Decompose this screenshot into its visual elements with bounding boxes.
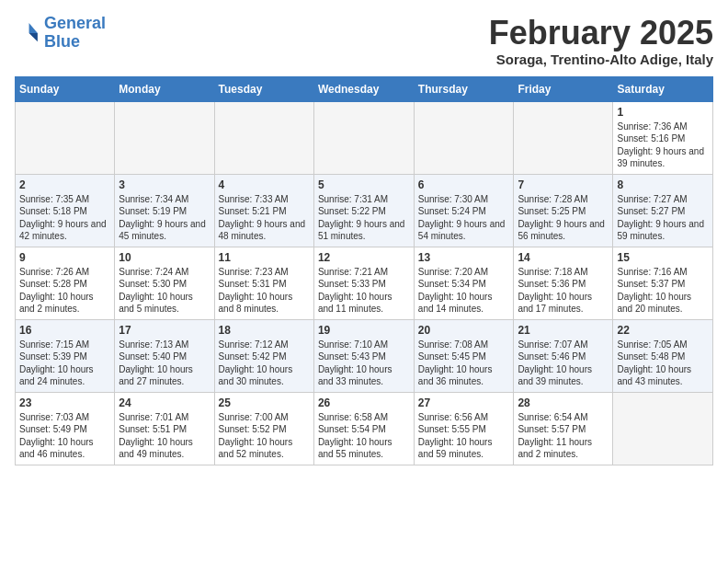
day-info: Sunrise: 7:33 AM Sunset: 5:21 PM Dayligh… <box>219 193 310 243</box>
calendar-cell: 15Sunrise: 7:16 AM Sunset: 5:37 PM Dayli… <box>613 247 713 319</box>
calendar-cell: 25Sunrise: 7:00 AM Sunset: 5:52 PM Dayli… <box>214 392 313 465</box>
day-number: 6 <box>418 178 510 191</box>
calendar-cell: 23Sunrise: 7:03 AM Sunset: 5:49 PM Dayli… <box>16 392 115 465</box>
calendar-cell: 10Sunrise: 7:24 AM Sunset: 5:30 PM Dayli… <box>115 247 214 319</box>
calendar-cell <box>115 101 214 174</box>
day-number: 26 <box>318 396 410 409</box>
day-info: Sunrise: 7:28 AM Sunset: 5:25 PM Dayligh… <box>518 193 609 243</box>
day-info: Sunrise: 7:34 AM Sunset: 5:19 PM Dayligh… <box>119 193 210 243</box>
month-title: February 2025 <box>489 15 713 52</box>
weekday-header: Friday <box>514 76 613 101</box>
calendar-cell: 17Sunrise: 7:13 AM Sunset: 5:40 PM Dayli… <box>115 319 214 392</box>
calendar-cell: 28Sunrise: 6:54 AM Sunset: 5:57 PM Dayli… <box>514 392 613 465</box>
calendar-cell: 13Sunrise: 7:20 AM Sunset: 5:34 PM Dayli… <box>414 247 514 319</box>
calendar-cell: 19Sunrise: 7:10 AM Sunset: 5:43 PM Dayli… <box>313 319 414 392</box>
day-info: Sunrise: 7:10 AM Sunset: 5:43 PM Dayligh… <box>318 339 410 388</box>
day-number: 13 <box>418 251 510 264</box>
day-info: Sunrise: 6:54 AM Sunset: 5:57 PM Dayligh… <box>518 411 609 461</box>
calendar-cell <box>414 101 514 174</box>
day-number: 27 <box>418 396 510 409</box>
weekday-header: Sunday <box>16 76 115 101</box>
weekday-header: Saturday <box>613 76 713 101</box>
weekday-header: Thursday <box>414 76 514 101</box>
calendar-cell: 16Sunrise: 7:15 AM Sunset: 5:39 PM Dayli… <box>16 319 115 392</box>
day-info: Sunrise: 7:35 AM Sunset: 5:18 PM Dayligh… <box>19 193 110 243</box>
logo-icon <box>15 20 40 46</box>
day-info: Sunrise: 6:56 AM Sunset: 5:55 PM Dayligh… <box>418 411 510 461</box>
calendar-cell: 1Sunrise: 7:36 AM Sunset: 5:16 PM Daylig… <box>613 101 713 174</box>
calendar-cell: 7Sunrise: 7:28 AM Sunset: 5:25 PM Daylig… <box>514 174 613 247</box>
calendar-cell: 3Sunrise: 7:34 AM Sunset: 5:19 PM Daylig… <box>115 174 214 247</box>
day-number: 19 <box>318 324 410 337</box>
calendar-table: SundayMondayTuesdayWednesdayThursdayFrid… <box>15 76 713 465</box>
calendar-cell: 24Sunrise: 7:01 AM Sunset: 5:51 PM Dayli… <box>115 392 214 465</box>
logo-general: General <box>44 14 106 32</box>
day-number: 11 <box>219 251 310 264</box>
day-info: Sunrise: 7:03 AM Sunset: 5:49 PM Dayligh… <box>19 411 110 461</box>
day-info: Sunrise: 6:58 AM Sunset: 5:54 PM Dayligh… <box>318 411 410 461</box>
day-info: Sunrise: 7:13 AM Sunset: 5:40 PM Dayligh… <box>119 339 210 388</box>
day-number: 14 <box>518 251 609 264</box>
calendar-cell: 8Sunrise: 7:27 AM Sunset: 5:27 PM Daylig… <box>613 174 713 247</box>
svg-marker-0 <box>29 23 38 33</box>
day-number: 8 <box>617 178 709 191</box>
calendar-week-row: 2Sunrise: 7:35 AM Sunset: 5:18 PM Daylig… <box>16 174 713 247</box>
calendar-cell: 22Sunrise: 7:05 AM Sunset: 5:48 PM Dayli… <box>613 319 713 392</box>
day-info: Sunrise: 7:07 AM Sunset: 5:46 PM Dayligh… <box>518 339 609 388</box>
calendar-cell: 20Sunrise: 7:08 AM Sunset: 5:45 PM Dayli… <box>414 319 514 392</box>
weekday-header: Tuesday <box>214 76 313 101</box>
location: Soraga, Trentino-Alto Adige, Italy <box>489 52 713 67</box>
calendar-cell <box>16 101 115 174</box>
calendar-week-row: 1Sunrise: 7:36 AM Sunset: 5:16 PM Daylig… <box>16 101 713 174</box>
day-number: 21 <box>518 324 609 337</box>
calendar-cell: 21Sunrise: 7:07 AM Sunset: 5:46 PM Dayli… <box>514 319 613 392</box>
title-block: February 2025 Soraga, Trentino-Alto Adig… <box>489 15 713 67</box>
day-number: 18 <box>219 324 310 337</box>
day-number: 5 <box>318 178 410 191</box>
day-info: Sunrise: 7:01 AM Sunset: 5:51 PM Dayligh… <box>119 411 210 461</box>
day-number: 15 <box>617 251 709 264</box>
day-number: 22 <box>617 324 709 337</box>
day-number: 4 <box>219 178 310 191</box>
calendar-cell <box>613 392 713 465</box>
day-info: Sunrise: 7:15 AM Sunset: 5:39 PM Dayligh… <box>19 339 110 388</box>
calendar-cell: 2Sunrise: 7:35 AM Sunset: 5:18 PM Daylig… <box>16 174 115 247</box>
day-info: Sunrise: 7:24 AM Sunset: 5:30 PM Dayligh… <box>119 266 210 316</box>
day-number: 17 <box>119 324 210 337</box>
day-info: Sunrise: 7:27 AM Sunset: 5:27 PM Dayligh… <box>617 193 709 243</box>
day-number: 3 <box>119 178 210 191</box>
day-info: Sunrise: 7:12 AM Sunset: 5:42 PM Dayligh… <box>219 339 310 388</box>
day-info: Sunrise: 7:18 AM Sunset: 5:36 PM Dayligh… <box>518 266 609 316</box>
calendar-week-row: 23Sunrise: 7:03 AM Sunset: 5:49 PM Dayli… <box>16 392 713 465</box>
calendar-cell <box>313 101 414 174</box>
calendar-cell: 26Sunrise: 6:58 AM Sunset: 5:54 PM Dayli… <box>313 392 414 465</box>
day-info: Sunrise: 7:36 AM Sunset: 5:16 PM Dayligh… <box>617 121 709 170</box>
logo-blue: Blue <box>44 33 106 52</box>
day-info: Sunrise: 7:30 AM Sunset: 5:24 PM Dayligh… <box>418 193 510 243</box>
svg-marker-1 <box>29 33 38 41</box>
day-info: Sunrise: 7:31 AM Sunset: 5:22 PM Dayligh… <box>318 193 410 243</box>
day-number: 16 <box>19 324 110 337</box>
day-info: Sunrise: 7:08 AM Sunset: 5:45 PM Dayligh… <box>418 339 510 388</box>
weekday-header: Wednesday <box>313 76 414 101</box>
day-number: 7 <box>518 178 609 191</box>
day-number: 24 <box>119 396 210 409</box>
day-number: 9 <box>19 251 110 264</box>
day-number: 12 <box>318 251 410 264</box>
calendar-week-row: 16Sunrise: 7:15 AM Sunset: 5:39 PM Dayli… <box>16 319 713 392</box>
day-info: Sunrise: 7:21 AM Sunset: 5:33 PM Dayligh… <box>318 266 410 316</box>
calendar-cell: 18Sunrise: 7:12 AM Sunset: 5:42 PM Dayli… <box>214 319 313 392</box>
calendar-cell: 5Sunrise: 7:31 AM Sunset: 5:22 PM Daylig… <box>313 174 414 247</box>
day-number: 23 <box>19 396 110 409</box>
calendar-cell: 12Sunrise: 7:21 AM Sunset: 5:33 PM Dayli… <box>313 247 414 319</box>
day-number: 20 <box>418 324 510 337</box>
calendar-cell: 4Sunrise: 7:33 AM Sunset: 5:21 PM Daylig… <box>214 174 313 247</box>
day-info: Sunrise: 7:05 AM Sunset: 5:48 PM Dayligh… <box>617 339 709 388</box>
day-info: Sunrise: 7:26 AM Sunset: 5:28 PM Dayligh… <box>19 266 110 316</box>
day-info: Sunrise: 7:23 AM Sunset: 5:31 PM Dayligh… <box>219 266 310 316</box>
weekday-header-row: SundayMondayTuesdayWednesdayThursdayFrid… <box>16 76 713 101</box>
calendar-cell: 9Sunrise: 7:26 AM Sunset: 5:28 PM Daylig… <box>16 247 115 319</box>
calendar-cell <box>514 101 613 174</box>
day-info: Sunrise: 7:16 AM Sunset: 5:37 PM Dayligh… <box>617 266 709 316</box>
calendar-cell: 14Sunrise: 7:18 AM Sunset: 5:36 PM Dayli… <box>514 247 613 319</box>
